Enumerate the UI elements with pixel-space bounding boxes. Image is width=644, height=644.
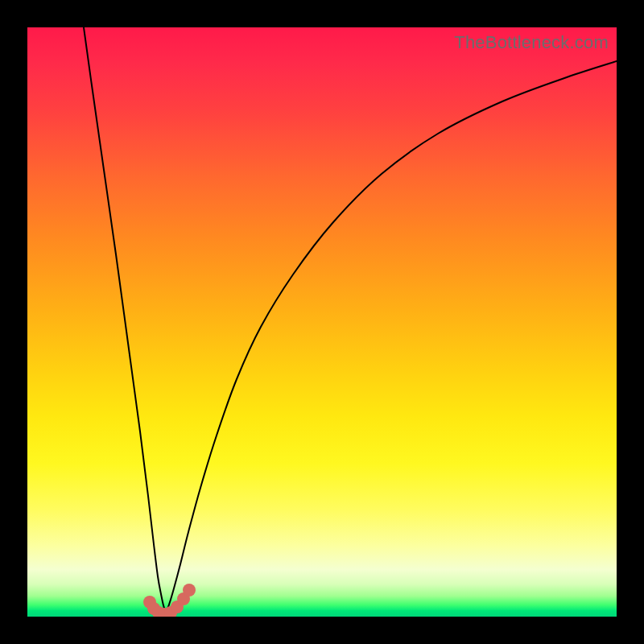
plot-area: TheBottleneck.com bbox=[27, 27, 617, 617]
watermark-text: TheBottleneck.com bbox=[454, 32, 609, 53]
data-marker bbox=[183, 584, 196, 597]
data-markers bbox=[143, 584, 196, 617]
chart-frame: TheBottleneck.com bbox=[0, 0, 644, 644]
curve-left-branch bbox=[84, 27, 166, 613]
bottleneck-curve bbox=[27, 27, 617, 617]
curve-right-branch bbox=[166, 61, 617, 613]
